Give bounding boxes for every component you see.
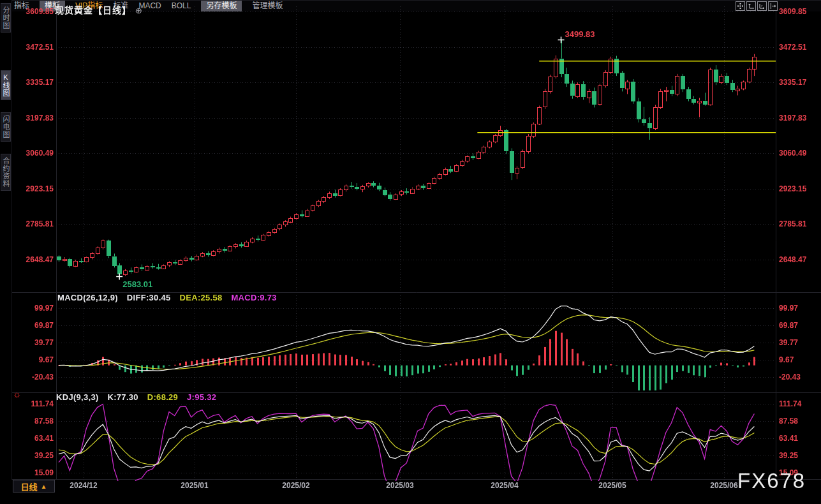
title-row: 现货黄金【日线】⊕ [55, 3, 143, 16]
chart-window: 分时图K线图闪电图合约资料 现货黄金【日线】⊕ 3609. [0, 0, 821, 11]
y-axis-tick: 3060.49 [779, 149, 806, 158]
y-axis-tick: 3609.85 [779, 7, 806, 16]
add-indicator-icon[interactable]: ⊕ [135, 6, 143, 15]
shift-right-glyph [770, 3, 776, 9]
scale-x-axis-glyph [759, 3, 765, 9]
y-axis-tick: 39.77 [779, 338, 798, 347]
scale-y-axis-glyph [748, 3, 754, 9]
period-selector[interactable]: 日线 ▲ [13, 480, 55, 493]
kdj-k-value: K:77.30 [108, 392, 138, 402]
x-axis-tick: 2025/01 [181, 481, 208, 490]
y-axis-tick: 9.67 [779, 355, 794, 364]
hot-indicator-icon[interactable]: ☼ [13, 389, 22, 399]
y-axis-tick: 3335.17 [779, 78, 806, 87]
y-axis-tick: 2923.15 [779, 184, 806, 193]
macd-label-row: MACD(26,12,9) DIFF:30.45 DEA:25.58 MACD:… [57, 293, 283, 302]
macd-indicator-name: MACD(26,12,9) [57, 293, 118, 302]
y-axis-tick: 87.58 [779, 417, 798, 426]
y-axis-tick: 2785.81 [779, 219, 806, 228]
kdj-indicator-name: KDJ(9,3,3) [56, 392, 99, 402]
scale-y-axis-icon[interactable] [746, 1, 756, 11]
y-axis-tick: 3197.83 [779, 114, 806, 122]
y-axis-tick: 69.87 [779, 321, 798, 330]
kdj-label-row: KDJ(9,3,3) K:77.30 D:68.29 J:95.32 [56, 392, 223, 402]
sidebar-tab-4[interactable]: 合约资料 [1, 154, 11, 191]
x-axis-tick: 2025/06 [710, 481, 737, 490]
sidebar-tab-3[interactable]: 闪电图 [1, 112, 11, 142]
pan-crosshair-glyph [737, 3, 743, 9]
high-annotation: 3499.83 [565, 29, 595, 39]
x-axis-tick: 2024/12 [70, 481, 97, 490]
x-axis-tick: 2025/03 [386, 481, 413, 490]
x-axis-tick: 2025/04 [491, 481, 518, 490]
period-label: 日线 [21, 480, 38, 493]
y-axis-tick: 3472.51 [779, 43, 806, 52]
macd-dea-value: DEA:25.58 [180, 293, 223, 302]
sidebar-tab-2[interactable]: K线图 [1, 70, 11, 100]
arrow-up-icon: ▲ [41, 483, 47, 490]
low-annotation: 2583.01 [122, 279, 152, 289]
y-axis-tick: 39.25 [779, 451, 798, 460]
y-axis-tick: 111.74 [779, 399, 801, 408]
pan-crosshair-icon[interactable] [736, 1, 745, 11]
scale-x-axis-icon[interactable] [757, 1, 767, 11]
page-title: 现货黄金【日线】 [55, 5, 131, 15]
shift-right-icon[interactable] [768, 1, 778, 11]
x-axis-tick: 2025/02 [282, 481, 309, 490]
chart-canvas[interactable] [0, 0, 821, 504]
chart-toolbar [736, 1, 778, 11]
y-axis-tick: -20.43 [779, 373, 801, 382]
kdj-j-value: J:95.32 [187, 392, 216, 402]
y-axis-tick: 99.97 [779, 304, 798, 313]
y-axis-tick: 2648.47 [779, 255, 806, 264]
sidebar-tab-1[interactable]: 分时图 [1, 3, 11, 33]
watermark: FX678 [737, 469, 806, 493]
y-axis-tick: 63.41 [779, 434, 798, 443]
left-sidebar: 分时图K线图闪电图合约资料 [0, 0, 12, 480]
x-axis-tick: 2025/05 [598, 481, 626, 490]
kdj-d-value: D:68.29 [147, 392, 178, 402]
macd-diff-value: DIFF:30.45 [127, 293, 171, 302]
macd-value: MACD:9.73 [231, 293, 276, 302]
